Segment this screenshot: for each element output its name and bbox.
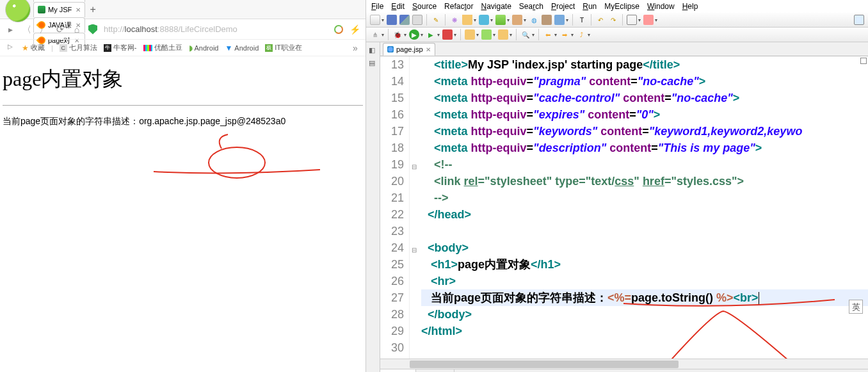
bookmark-item[interactable]: 优酷土豆	[143, 43, 182, 53]
code-line[interactable]	[421, 339, 868, 356]
browser-tab[interactable]: My JSF✕	[33, 2, 85, 17]
editor-tab[interactable]: page.jsp ✕	[383, 43, 435, 56]
code-line[interactable]: <meta http-equiv="expires" content="0">	[421, 106, 868, 123]
code-line[interactable]: </html>	[421, 323, 868, 339]
bookmark-item[interactable]: 牛牛客网-	[104, 43, 137, 53]
code-line[interactable]: <h1>page内置对象</h1>	[421, 256, 868, 273]
save-icon[interactable]	[387, 15, 397, 25]
run-icon[interactable]: ▶	[409, 29, 419, 40]
back-button[interactable]: 〈	[22, 24, 32, 35]
undo-icon[interactable]: ↶	[595, 15, 606, 25]
menu-item[interactable]: Window	[647, 2, 675, 11]
outline-icon[interactable]: ▤	[369, 59, 378, 68]
new-tab-button[interactable]: +	[86, 4, 99, 15]
source-tab[interactable]: Source	[380, 369, 416, 372]
bookmark-item[interactable]: 极IT职业在	[265, 43, 302, 53]
code-line[interactable]: <meta http-equiv="keywords" content="key…	[421, 123, 868, 140]
editor-tab-label: page.jsp	[396, 45, 423, 53]
jsp-file-icon	[387, 46, 394, 53]
menu-item[interactable]: Edit	[391, 2, 405, 11]
redo-icon[interactable]: ↷	[608, 15, 618, 25]
events-icon[interactable]	[643, 15, 654, 25]
code-line[interactable]: </head>	[421, 206, 868, 223]
new-pkg-icon[interactable]	[465, 29, 475, 40]
code-line[interactable]: <body>	[421, 239, 868, 256]
globe-icon[interactable]: ◍	[529, 15, 539, 25]
bookmarks-expand-icon[interactable]: ▷	[5, 43, 15, 53]
code-line[interactable]: <meta http-equiv="description" content="…	[421, 140, 868, 156]
link-icon[interactable]: ⋔	[370, 29, 380, 40]
code-line[interactable]: 当前page页面对象的字符串描述：<%=page.toString() %><b…	[421, 289, 868, 306]
fold-gutter: ⊟⊟	[410, 56, 419, 359]
ime-indicator[interactable]: 英	[849, 300, 863, 314]
type-icon[interactable]: T	[577, 15, 587, 25]
bookmark-item[interactable]: ▼Android	[225, 43, 259, 53]
debug-icon[interactable]: 🐞	[392, 29, 403, 40]
window-icon[interactable]	[627, 15, 637, 25]
bookmark-item[interactable]: C七月算法	[60, 43, 97, 53]
print-icon[interactable]	[412, 15, 422, 25]
horizontal-scrollbar[interactable]	[380, 359, 868, 369]
address-bar[interactable]: http://localhost:8888/LifeCircelDemo	[104, 24, 328, 34]
new-icon[interactable]	[370, 15, 380, 25]
code-line[interactable]: -->	[421, 190, 868, 206]
code-line[interactable]: <meta http-equiv="pragma" content="no-ca…	[421, 73, 868, 90]
deploy-icon[interactable]	[495, 15, 506, 25]
nav-back-icon[interactable]: ⬅	[543, 29, 553, 40]
run-last-icon[interactable]: ▶	[426, 29, 436, 40]
menu-item[interactable]: Navigate	[481, 2, 511, 11]
code-line[interactable]: <link rel="stylesheet" type="text/css" h…	[421, 173, 868, 190]
menu-item[interactable]: Project	[551, 2, 575, 11]
browser-tab-bar: Java工✕/mana✕My JSF✕JAVA课✕page对✕ +	[0, 0, 366, 19]
close-tab-icon[interactable]: ✕	[76, 6, 81, 13]
home-button[interactable]: ⌂	[72, 24, 82, 35]
ide-toolbar-2: ⋔▾ 🐞▾ ▶▾ ▶▾ ▾ ▾ ▾ ▾ 🔍▾ ⬅▾ ➡▾ ⤴▾	[366, 28, 868, 42]
menu-item[interactable]: MyEclipse	[604, 2, 639, 11]
code-line[interactable]: <!--	[421, 156, 868, 173]
save-all-icon[interactable]	[399, 15, 410, 25]
favicon-icon	[38, 6, 45, 13]
wand-icon[interactable]: ❋	[449, 15, 460, 25]
overview-ruler-icon	[860, 58, 867, 64]
search-icon[interactable]: 🔍	[520, 29, 531, 40]
code-content[interactable]: <title>My JSP 'index.jsp' starting page<…	[419, 56, 868, 359]
new-folder-icon[interactable]	[498, 29, 508, 40]
code-line[interactable]: </body>	[421, 306, 868, 323]
reload-button[interactable]: ⟳	[55, 24, 65, 35]
code-line[interactable]: <hr>	[421, 273, 868, 289]
image-icon[interactable]	[554, 15, 565, 25]
menu-item[interactable]: File	[371, 2, 383, 11]
more-icon[interactable]: ▸	[5, 24, 15, 35]
new-class-icon[interactable]	[481, 29, 492, 40]
star-icon: ★	[22, 44, 29, 53]
bookmark-item[interactable]: ◗Android	[189, 43, 219, 53]
code-line[interactable]: <title>My JSP 'index.jsp' starting page<…	[421, 56, 868, 73]
restore-icon[interactable]: ◧	[369, 46, 378, 55]
scrollbar-thumb[interactable]	[410, 360, 679, 368]
nav-fwd-icon[interactable]: ➡	[559, 29, 570, 40]
menu-item[interactable]: Run	[583, 2, 597, 11]
menu-item[interactable]: Help	[682, 2, 698, 11]
preview-tab[interactable]: Preview	[416, 369, 454, 372]
code-line[interactable]: <meta http-equiv="cache-control" content…	[421, 90, 868, 106]
code-line[interactable]	[421, 223, 868, 239]
ext-tools-icon[interactable]	[442, 29, 453, 40]
flash-icon[interactable]: ⚡	[350, 24, 360, 35]
db-icon[interactable]	[479, 15, 489, 25]
menu-item[interactable]: Source	[412, 2, 437, 11]
page-content: page内置对象 当前page页面对象的字符串描述：org.apache.jsp…	[0, 56, 366, 372]
menu-item[interactable]: Search	[519, 2, 543, 11]
code-editor[interactable]: 131415161718192021222324252627282930 ⊟⊟ …	[380, 56, 868, 359]
pencil-icon[interactable]: ✎	[431, 15, 441, 25]
nav-up-icon[interactable]: ⤴	[576, 29, 586, 40]
menu-item[interactable]: Refactor	[444, 2, 473, 11]
server-icon[interactable]	[512, 15, 522, 25]
folder-icon[interactable]	[462, 15, 472, 25]
line-number-gutter: 131415161718192021222324252627282930	[380, 56, 410, 359]
bookmarks-more-icon[interactable]: »	[350, 43, 360, 53]
close-tab-icon[interactable]: ✕	[426, 46, 431, 53]
package-icon[interactable]	[542, 15, 552, 25]
perspective-icon[interactable]	[854, 15, 864, 25]
ide-menu-bar: FileEditSourceRefactorNavigateSearchProj…	[366, 0, 868, 13]
editor-side-gutter: ◧ ▤	[366, 42, 380, 372]
